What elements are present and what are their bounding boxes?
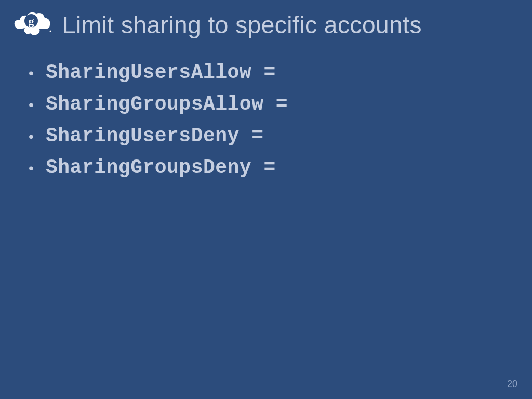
bullet-icon: • [26, 98, 36, 112]
bullet-icon: • [26, 161, 36, 176]
bullet-list: • SharingUsersAllow = • SharingGroupsAll… [26, 61, 506, 179]
code-text: SharingUsersDeny = [46, 125, 263, 147]
slide-content: • SharingUsersAllow = • SharingGroupsAll… [0, 46, 532, 179]
bullet-icon: • [26, 129, 36, 144]
code-text: SharingUsersAllow = [46, 61, 276, 84]
list-item: • SharingUsersDeny = [26, 125, 506, 147]
page-number: 20 [507, 379, 517, 390]
slide-title: Limit sharing to specific accounts [62, 11, 422, 39]
list-item: • SharingGroupsAllow = [26, 93, 506, 115]
code-text: SharingGroupsAllow = [46, 93, 288, 115]
svg-text:g: g [29, 15, 34, 28]
svg-point-2 [50, 31, 51, 32]
list-item: • SharingUsersAllow = [26, 61, 506, 84]
list-item: • SharingGroupsDeny = [26, 156, 506, 179]
code-text: SharingGroupsDeny = [46, 156, 276, 179]
slide-header: g Limit sharing to specific accounts [0, 0, 532, 46]
bullet-icon: • [26, 66, 36, 81]
globus-logo-icon: g [10, 9, 52, 41]
